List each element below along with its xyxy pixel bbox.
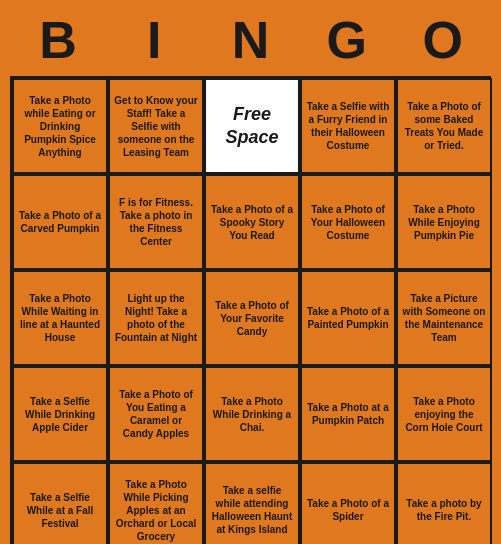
- bingo-cell-10[interactable]: Take a Photo While Waiting in line at a …: [12, 270, 108, 366]
- bingo-cell-0[interactable]: Take a Photo while Eating or Drinking Pu…: [12, 78, 108, 174]
- bingo-cell-11[interactable]: Light up the Night! Take a photo of the …: [108, 270, 204, 366]
- bingo-cell-9[interactable]: Take a Photo While Enjoying Pumpkin Pie: [396, 174, 492, 270]
- bingo-card: B I N G O Take a Photo while Eating or D…: [0, 0, 501, 544]
- bingo-grid: Take a Photo while Eating or Drinking Pu…: [10, 76, 491, 544]
- bingo-cell-2[interactable]: Free Space: [204, 78, 300, 174]
- letter-b: B: [14, 10, 102, 70]
- bingo-cell-4[interactable]: Take a Photo of some Baked Treats You Ma…: [396, 78, 492, 174]
- letter-g: G: [303, 10, 391, 70]
- bingo-cell-14[interactable]: Take a Picture with Someone on the Maint…: [396, 270, 492, 366]
- letter-o: O: [399, 10, 487, 70]
- bingo-cell-3[interactable]: Take a Selfie with a Furry Friend in the…: [300, 78, 396, 174]
- letter-n: N: [206, 10, 294, 70]
- bingo-cell-5[interactable]: Take a Photo of a Carved Pumpkin: [12, 174, 108, 270]
- bingo-cell-6[interactable]: F is for Fitness. Take a photo in the Fi…: [108, 174, 204, 270]
- bingo-cell-23[interactable]: Take a Photo of a Spider: [300, 462, 396, 544]
- bingo-cell-24[interactable]: Take a photo by the Fire Pit.: [396, 462, 492, 544]
- bingo-cell-20[interactable]: Take a Selfie While at a Fall Festival: [12, 462, 108, 544]
- bingo-cell-7[interactable]: Take a Photo of a Spooky Story You Read: [204, 174, 300, 270]
- bingo-cell-8[interactable]: Take a Photo of Your Halloween Costume: [300, 174, 396, 270]
- bingo-cell-21[interactable]: Take a Photo While Picking Apples at an …: [108, 462, 204, 544]
- bingo-cell-17[interactable]: Take a Photo While Drinking a Chai.: [204, 366, 300, 462]
- bingo-cell-16[interactable]: Take a Photo of You Eating a Caramel or …: [108, 366, 204, 462]
- bingo-cell-15[interactable]: Take a Selfie While Drinking Apple Cider: [12, 366, 108, 462]
- bingo-cell-13[interactable]: Take a Photo of a Painted Pumpkin: [300, 270, 396, 366]
- bingo-cell-19[interactable]: Take a Photo enjoying the Corn Hole Cour…: [396, 366, 492, 462]
- bingo-cell-18[interactable]: Take a Photo at a Pumpkin Patch: [300, 366, 396, 462]
- letter-i: I: [110, 10, 198, 70]
- bingo-cell-1[interactable]: Get to Know your Staff! Take a Selfie wi…: [108, 78, 204, 174]
- bingo-cell-12[interactable]: Take a Photo of Your Favorite Candy: [204, 270, 300, 366]
- bingo-cell-22[interactable]: Take a selfie while attending Halloween …: [204, 462, 300, 544]
- bingo-header: B I N G O: [10, 10, 491, 70]
